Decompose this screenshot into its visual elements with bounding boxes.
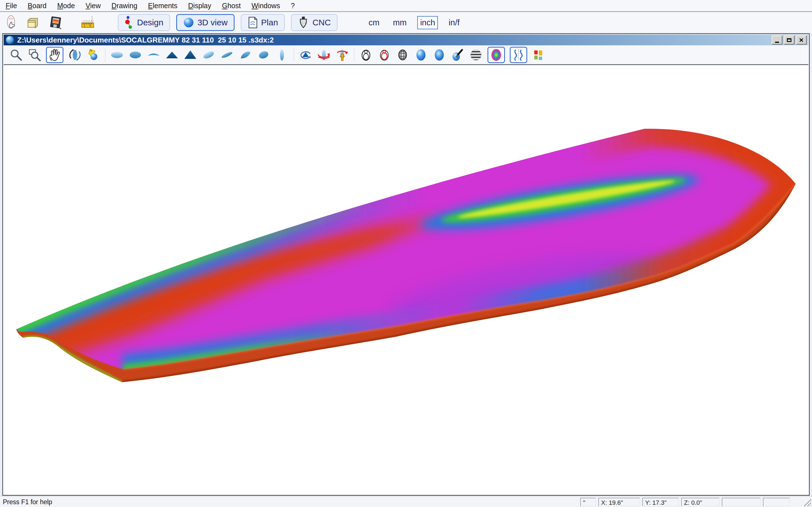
rotate-axis-icon xyxy=(317,48,331,62)
main-toolbar: 1 0 Design 3D view Plan CNC xyxy=(0,12,812,33)
render-outline-red-tool[interactable] xyxy=(377,48,391,62)
view-front-icon xyxy=(165,48,179,62)
render-zebra-tool[interactable] xyxy=(469,48,483,62)
view-persp-1-tool[interactable] xyxy=(202,48,215,62)
menu-board[interactable]: Board xyxy=(28,2,47,10)
view-persp-4-tool[interactable] xyxy=(257,48,270,62)
render-shaded-icon xyxy=(433,48,446,62)
ruler-icon: 1 0 xyxy=(80,15,96,31)
cnc-bit-icon xyxy=(298,16,309,29)
status-help-text: Press F1 for help xyxy=(3,498,52,506)
svg-text:1: 1 xyxy=(84,24,86,27)
window-controls: ✕ xyxy=(772,36,807,45)
minimize-icon xyxy=(775,42,779,43)
minimize-button[interactable] xyxy=(772,36,782,45)
design-mode-button[interactable]: Design xyxy=(118,14,170,31)
status-unit-panel: " xyxy=(580,498,596,506)
unit-mm[interactable]: mm xyxy=(390,16,409,29)
menu-ghost[interactable]: Ghost xyxy=(222,2,241,10)
document-icon xyxy=(6,36,14,44)
view-toolbar xyxy=(4,45,808,65)
status-x-panel: X: 19.6" xyxy=(598,498,640,506)
pan-hand-icon xyxy=(49,48,61,62)
menu-bar: File Board Mode View Drawing Elements Di… xyxy=(0,0,812,12)
measurements-button[interactable]: 1 0 xyxy=(80,14,96,31)
menu-windows[interactable]: Windows xyxy=(252,2,280,10)
menu-help[interactable]: ? xyxy=(291,2,295,10)
menu-view[interactable]: View xyxy=(86,2,101,10)
open-button[interactable] xyxy=(26,14,41,31)
render-curvature-tool[interactable] xyxy=(488,47,505,63)
view-front-tool[interactable] xyxy=(165,48,179,62)
menu-elements[interactable]: Elements xyxy=(148,2,177,10)
save-button[interactable] xyxy=(47,14,63,31)
view-back-tool[interactable] xyxy=(184,48,197,62)
view-rocker-icon xyxy=(147,48,160,62)
flip-board-tool[interactable] xyxy=(336,48,349,62)
render-wireframe-tool[interactable] xyxy=(396,48,409,62)
zoom-icon xyxy=(9,48,23,62)
3d-viewport[interactable] xyxy=(4,65,808,494)
status-empty-panel-2 xyxy=(763,498,790,506)
view-persp-3-tool[interactable] xyxy=(239,48,252,62)
view-bottom-icon xyxy=(129,48,142,62)
view-back-icon xyxy=(184,48,197,62)
design-mode-label: Design xyxy=(137,18,163,27)
rotate-continuous-tool[interactable] xyxy=(299,48,312,62)
plan-mode-button[interactable]: Plan xyxy=(241,14,285,31)
3d-ball-icon xyxy=(183,17,194,28)
rotate-view-icon xyxy=(68,48,82,62)
pan-tool[interactable] xyxy=(46,47,63,63)
document-window: Z:\Users\dennery\Documents\SOCALGREMMY 8… xyxy=(2,33,810,496)
cnc-mode-button[interactable]: CNC xyxy=(291,14,338,31)
view-persp-2-icon xyxy=(220,48,234,62)
render-solid-tool[interactable] xyxy=(414,48,428,62)
rotate-axis-tool[interactable] xyxy=(317,48,331,62)
document-title-bar[interactable]: Z:\Users\dennery\Documents\SOCALGREMMY 8… xyxy=(4,35,808,45)
render-curvature-icon xyxy=(490,48,503,62)
3d-view-mode-button[interactable]: 3D view xyxy=(176,14,235,31)
render-design-tool[interactable] xyxy=(451,48,464,62)
plan-mode-label: Plan xyxy=(261,18,278,27)
view-side-tool[interactable] xyxy=(275,48,289,62)
status-bar: Press F1 for help " X: 19.6" Y: 17.3" Z:… xyxy=(0,496,812,507)
status-z-panel: Z: 0.0" xyxy=(681,498,719,506)
view-bottom-tool[interactable] xyxy=(129,48,142,62)
cnc-mode-label: CNC xyxy=(312,18,331,27)
restore-button[interactable] xyxy=(784,36,795,45)
close-icon: ✕ xyxy=(799,37,804,43)
view-persp-2-tool[interactable] xyxy=(220,48,234,62)
unit-cm[interactable]: cm xyxy=(366,16,382,29)
zoom-tool[interactable] xyxy=(9,48,23,62)
render-outline-tool[interactable] xyxy=(359,48,373,62)
menu-mode[interactable]: Mode xyxy=(57,2,75,10)
flex-curves-icon xyxy=(512,48,525,62)
light-tool[interactable] xyxy=(87,48,100,62)
view-top-tool[interactable] xyxy=(110,48,124,62)
zoom-window-icon xyxy=(28,48,41,62)
color-settings-icon xyxy=(532,48,546,62)
save-disk-icon xyxy=(48,15,63,30)
flex-curves-tool[interactable] xyxy=(510,47,527,63)
rotate-continuous-icon xyxy=(299,48,312,62)
color-settings-tool[interactable] xyxy=(532,48,546,62)
status-y-panel: Y: 17.3" xyxy=(642,498,679,506)
render-shaded-tool[interactable] xyxy=(433,48,446,62)
rotate-view-tool[interactable] xyxy=(68,48,82,62)
menu-file[interactable]: File xyxy=(6,2,17,10)
unit-inf[interactable]: in/f xyxy=(446,16,462,29)
close-button[interactable]: ✕ xyxy=(796,36,807,45)
render-zebra-icon xyxy=(469,48,483,62)
toolbar-separator xyxy=(354,48,354,62)
menu-drawing[interactable]: Drawing xyxy=(111,2,137,10)
render-wireframe-icon xyxy=(396,48,409,62)
unit-inch[interactable]: inch xyxy=(417,16,438,29)
plan-page-icon xyxy=(248,16,258,29)
resize-grip[interactable] xyxy=(803,498,811,506)
new-board-icon xyxy=(4,15,19,31)
new-board-button[interactable] xyxy=(3,14,19,31)
zoom-window-tool[interactable] xyxy=(28,48,41,62)
restore-icon xyxy=(787,38,792,42)
view-rocker-tool[interactable] xyxy=(147,48,160,62)
menu-display[interactable]: Display xyxy=(188,2,211,10)
